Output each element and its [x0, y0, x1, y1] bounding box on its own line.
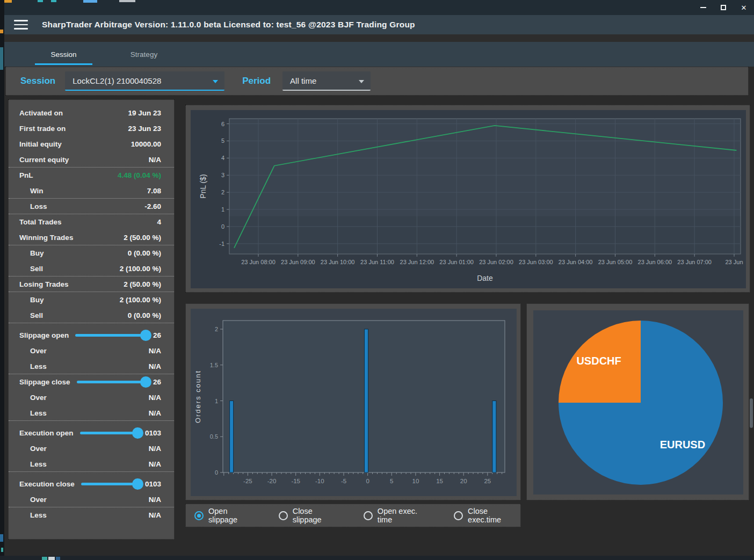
- slippage-close-slider[interactable]: [77, 381, 146, 383]
- radio-icon: [364, 511, 373, 520]
- app-header: SharpTrader Arbitrage Version: 1.11.0.0 …: [4, 15, 754, 34]
- radio-label: Open slippage: [208, 507, 256, 524]
- menu-button[interactable]: [14, 20, 28, 30]
- svg-text:25: 25: [484, 478, 491, 484]
- radio-label: Close exec.time: [468, 507, 520, 524]
- maximize-icon: [721, 5, 726, 10]
- background-window-fragment: [0, 30, 3, 33]
- close-icon: ✕: [741, 4, 747, 12]
- close-button[interactable]: ✕: [739, 3, 749, 12]
- stat-value: 0103: [145, 429, 161, 437]
- stat-row-pnl: PnL4.48 (0.04 %): [9, 168, 174, 183]
- stat-label: Initial equity: [19, 140, 62, 148]
- stat-row-over: OverN/A: [9, 441, 174, 456]
- stat-value: 0103: [145, 480, 161, 488]
- svg-text:0: 0: [221, 223, 224, 230]
- svg-text:-20: -20: [267, 478, 277, 484]
- tab-bar: Session Strategy: [4, 42, 754, 67]
- slippage-open-slider[interactable]: [75, 334, 146, 337]
- stat-value: N/A: [149, 394, 161, 402]
- background-window-fragment: [0, 534, 3, 542]
- stat-row-over: OverN/A: [9, 390, 174, 405]
- background-window-fragment: [48, 557, 55, 560]
- period-dropdown-value: All time: [282, 76, 316, 85]
- stat-value: 2 (100.00 %): [120, 296, 161, 304]
- stat-value: 7.08: [147, 187, 161, 195]
- stat-row-less: LessN/A: [9, 507, 174, 523]
- radio-open-slippage[interactable]: Open slippage: [194, 507, 256, 524]
- stat-value: 26: [153, 378, 161, 386]
- stat-label: PnL: [19, 171, 33, 179]
- vertical-scrollbar[interactable]: [750, 398, 753, 428]
- svg-text:23 Jun 09:00: 23 Jun 09:00: [281, 259, 315, 265]
- orders-bar-chart: 00.511.52-25-20-15-10-50510152025Orders …: [191, 309, 517, 496]
- stat-value: 0 (0.00 %): [128, 311, 161, 319]
- svg-text:23 Jun: 23 Jun: [725, 259, 743, 265]
- pnl-chart-panel: -1012345623 Jun 08:0023 Jun 09:0023 Jun …: [185, 105, 750, 293]
- stat-label: Less: [30, 511, 47, 519]
- stat-value: 2 (50.00 %): [124, 280, 161, 288]
- svg-text:15: 15: [436, 478, 443, 484]
- stat-label: Activated on: [19, 109, 63, 117]
- stat-label: Buy: [30, 249, 44, 257]
- stat-row-execution-open: Execution open0103: [9, 425, 174, 441]
- execution-close-slider[interactable]: [81, 483, 137, 485]
- period-label: Period: [242, 76, 271, 86]
- svg-text:23 Jun 02:00: 23 Jun 02:00: [479, 259, 513, 265]
- slippage-open-slider-knob[interactable]: [140, 330, 151, 341]
- stat-label: Loss: [30, 202, 47, 210]
- svg-text:20: 20: [460, 478, 467, 484]
- stat-row-sell: Sell2 (100.00 %): [9, 261, 174, 277]
- svg-text:23 Jun 05:00: 23 Jun 05:00: [598, 259, 633, 265]
- maximize-button[interactable]: [719, 3, 728, 12]
- svg-text:PnL ($): PnL ($): [199, 174, 207, 198]
- radio-label: Close slippage: [293, 507, 341, 524]
- background-window-fragment: [83, 0, 97, 3]
- stat-label: Over: [30, 347, 47, 355]
- execution-open-slider[interactable]: [80, 432, 137, 434]
- app-title: SharpTrader Arbitrage Version: 1.11.0.0 …: [42, 20, 415, 30]
- stat-label: Execution close: [19, 480, 75, 488]
- radio-close-exec-time[interactable]: Close exec.time: [454, 507, 520, 524]
- symbols-chart-panel: USDCHFEURUSD: [526, 303, 749, 500]
- stat-value: N/A: [149, 409, 161, 417]
- execution-open-slider-knob[interactable]: [132, 427, 143, 439]
- radio-open-exec-time[interactable]: Open exec. time: [364, 507, 431, 524]
- radio-close-slippage[interactable]: Close slippage: [279, 507, 341, 524]
- stat-value: -2.60: [144, 202, 161, 210]
- stat-value: N/A: [149, 445, 161, 453]
- background-window-fragment: [119, 0, 135, 2]
- svg-text:23 Jun 06:00: 23 Jun 06:00: [638, 259, 672, 265]
- svg-text:4: 4: [221, 155, 224, 161]
- stat-value: 26: [153, 331, 161, 339]
- background-window-fragment: [56, 557, 60, 560]
- svg-text:23 Jun 03:00: 23 Jun 03:00: [519, 259, 553, 265]
- svg-text:Date: Date: [477, 274, 493, 282]
- stat-row-loss: Loss-2.60: [9, 199, 174, 214]
- stat-label: Buy: [30, 296, 44, 304]
- background-window-fragment: [0, 47, 3, 70]
- svg-text:EURUSD: EURUSD: [660, 439, 705, 450]
- window-titlebar: ✕: [4, 0, 754, 15]
- svg-text:Orders count: Orders count: [194, 370, 202, 423]
- stat-value: N/A: [149, 496, 161, 504]
- slippage-close-slider-knob[interactable]: [140, 376, 151, 388]
- execution-close-slider-knob[interactable]: [132, 478, 143, 490]
- svg-text:5: 5: [390, 478, 393, 484]
- app-window: ✕ SharpTrader Arbitrage Version: 1.11.0.…: [4, 0, 754, 556]
- stat-row-less: LessN/A: [9, 405, 174, 421]
- tab-session[interactable]: Session: [35, 42, 92, 67]
- period-dropdown[interactable]: All time: [282, 71, 371, 91]
- chevron-down-icon: [213, 80, 218, 83]
- svg-text:23 Jun 11:00: 23 Jun 11:00: [360, 259, 394, 265]
- session-stats-panel: Activated on19 Jun 23First trade on23 Ju…: [8, 99, 175, 540]
- stat-row-current-equity: Current equityN/A: [9, 152, 174, 168]
- minimize-button[interactable]: [698, 3, 708, 12]
- stat-label: Less: [30, 409, 47, 417]
- svg-text:23 Jun 08:00: 23 Jun 08:00: [241, 259, 276, 265]
- stat-row-slippage-open: Slippage open26: [9, 328, 174, 343]
- svg-text:10: 10: [412, 478, 419, 484]
- svg-text:0.5: 0.5: [210, 433, 218, 440]
- tab-strategy[interactable]: Strategy: [112, 42, 176, 67]
- session-dropdown[interactable]: LockCL2(1) 2100040528: [65, 71, 224, 91]
